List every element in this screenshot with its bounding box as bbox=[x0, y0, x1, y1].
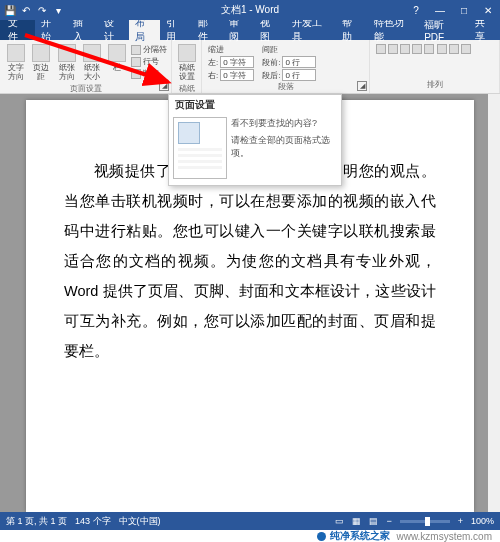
columns-button[interactable]: 栏 bbox=[106, 42, 129, 74]
vertical-scrollbar[interactable] bbox=[488, 94, 500, 512]
breaks-button[interactable]: 分隔符 bbox=[131, 44, 167, 55]
maximize-button[interactable]: □ bbox=[452, 0, 476, 20]
indent-header: 缩进 bbox=[208, 44, 254, 55]
bring-forward-icon[interactable] bbox=[400, 44, 410, 54]
close-button[interactable]: ✕ bbox=[476, 0, 500, 20]
status-bar: 第 1 页, 共 1 页 143 个字 中文(中国) ▭ ▦ ▤ − + 100… bbox=[0, 512, 500, 530]
tab-foxit-pdf[interactable]: 福昕PDF bbox=[418, 20, 469, 40]
page-setup-launcher[interactable]: ◢ bbox=[159, 81, 169, 91]
tooltip-text: 看不到要查找的内容? 请检查全部的页面格式选项。 bbox=[231, 117, 337, 179]
selection-pane-icon[interactable] bbox=[424, 44, 434, 54]
tab-developer[interactable]: 开发工具 bbox=[286, 20, 337, 40]
document-body[interactable]: 视频提供了功能强大的方法帮助您证明您的观点。当您单击联机视频时，可以在想要添加的… bbox=[64, 156, 436, 366]
redo-icon[interactable]: ↷ bbox=[36, 4, 48, 16]
title-bar: 💾 ↶ ↷ ▾ 文档1 - Word ? — □ ✕ bbox=[0, 0, 500, 20]
zoom-slider[interactable] bbox=[400, 520, 450, 523]
qat-more-icon[interactable]: ▾ bbox=[52, 4, 64, 16]
status-word-count[interactable]: 143 个字 bbox=[75, 515, 111, 528]
undo-icon[interactable]: ↶ bbox=[20, 4, 32, 16]
ribbon: 文字方向 页边距 纸张方向 纸张大小 栏 分隔符 行号 断字 页面设置 ◢ 稿纸… bbox=[0, 40, 500, 94]
indent-right-label: 右: bbox=[208, 70, 218, 81]
view-web-icon[interactable]: ▤ bbox=[369, 516, 378, 526]
spacing-after-label: 段后: bbox=[262, 70, 280, 81]
tab-file[interactable]: 文件 bbox=[0, 20, 35, 40]
view-print-icon[interactable]: ▦ bbox=[352, 516, 361, 526]
tab-features[interactable]: 特色功能 bbox=[368, 20, 419, 40]
indent-left-label: 左: bbox=[208, 57, 218, 68]
ribbon-tabs: 文件 开始 插入 设计 布局 引用 邮件 审阅 视图 开发工具 帮助 特色功能 … bbox=[0, 20, 500, 40]
tab-help[interactable]: 帮助 bbox=[336, 20, 367, 40]
zoom-level[interactable]: 100% bbox=[471, 516, 494, 526]
line-numbers-button[interactable]: 行号 bbox=[131, 56, 167, 67]
watermark: 纯净系统之家 www.kzmsystem.com bbox=[0, 530, 500, 542]
spacing-after-input[interactable]: 0 行 bbox=[282, 69, 316, 81]
manuscript-button[interactable]: 稿纸设置 bbox=[176, 42, 197, 83]
ribbon-display-button[interactable]: ? bbox=[404, 0, 428, 20]
tab-references[interactable]: 引用 bbox=[160, 20, 191, 40]
hyphenation-button[interactable]: 断字 bbox=[131, 68, 167, 79]
tab-insert[interactable]: 插入 bbox=[67, 20, 98, 40]
orientation-button[interactable]: 纸张方向 bbox=[55, 42, 78, 83]
save-icon[interactable]: 💾 bbox=[4, 4, 16, 16]
zoom-in-button[interactable]: + bbox=[458, 516, 463, 526]
group-icon[interactable] bbox=[449, 44, 459, 54]
view-read-icon[interactable]: ▭ bbox=[335, 516, 344, 526]
zoom-out-button[interactable]: − bbox=[386, 516, 391, 526]
align-icon[interactable] bbox=[437, 44, 447, 54]
group-label-arrange: 排列 bbox=[374, 79, 495, 91]
minimize-button[interactable]: — bbox=[428, 0, 452, 20]
group-label-paragraph: 段落 bbox=[206, 81, 365, 93]
wrap-text-icon[interactable] bbox=[388, 44, 398, 54]
tooltip-thumbnail bbox=[173, 117, 227, 179]
tab-review[interactable]: 审阅 bbox=[223, 20, 254, 40]
tab-view[interactable]: 视图 bbox=[254, 20, 285, 40]
text-direction-button[interactable]: 文字方向 bbox=[4, 42, 27, 83]
position-icon[interactable] bbox=[376, 44, 386, 54]
paragraph-launcher[interactable]: ◢ bbox=[357, 81, 367, 91]
spacing-before-input[interactable]: 0 行 bbox=[282, 56, 316, 68]
tab-design[interactable]: 设计 bbox=[98, 20, 129, 40]
margins-button[interactable]: 页边距 bbox=[29, 42, 52, 83]
tooltip-title: 页面设置 bbox=[169, 95, 341, 115]
tab-mailings[interactable]: 邮件 bbox=[192, 20, 223, 40]
indent-right-input[interactable]: 0 字符 bbox=[220, 69, 254, 81]
tab-layout[interactable]: 布局 bbox=[129, 20, 160, 40]
spacing-before-label: 段前: bbox=[262, 57, 280, 68]
status-language[interactable]: 中文(中国) bbox=[119, 515, 161, 528]
size-button[interactable]: 纸张大小 bbox=[80, 42, 103, 83]
page-setup-tooltip: 页面设置 看不到要查找的内容? 请检查全部的页面格式选项。 bbox=[168, 94, 342, 186]
spacing-header: 间距 bbox=[262, 44, 316, 55]
rotate-icon[interactable] bbox=[461, 44, 471, 54]
window-title: 文档1 - Word bbox=[221, 3, 279, 17]
send-backward-icon[interactable] bbox=[412, 44, 422, 54]
status-page[interactable]: 第 1 页, 共 1 页 bbox=[6, 515, 67, 528]
tab-home[interactable]: 开始 bbox=[35, 20, 66, 40]
indent-left-input[interactable]: 0 字符 bbox=[220, 56, 254, 68]
